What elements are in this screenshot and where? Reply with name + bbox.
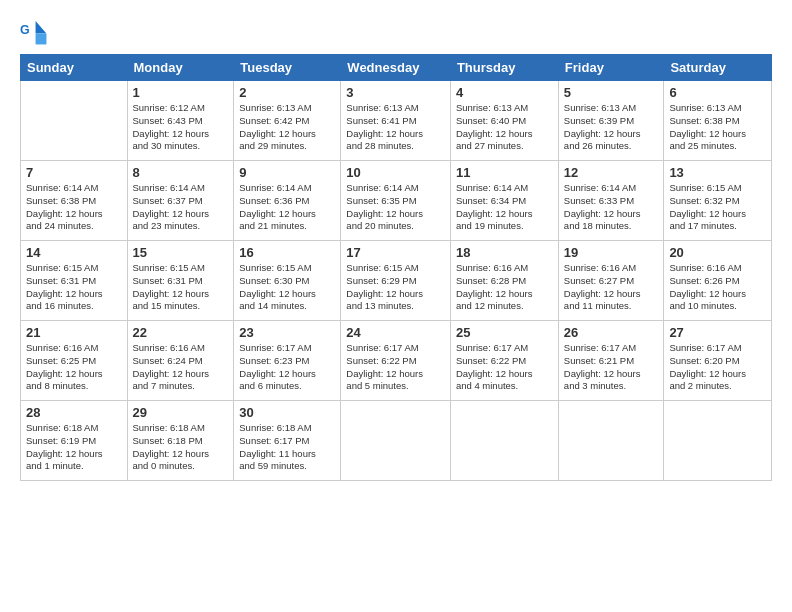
day-number: 8 [133, 165, 229, 180]
day-info: Sunrise: 6:16 AM Sunset: 6:25 PM Dayligh… [26, 342, 122, 393]
calendar-cell [341, 401, 451, 481]
calendar-cell: 14Sunrise: 6:15 AM Sunset: 6:31 PM Dayli… [21, 241, 128, 321]
day-info: Sunrise: 6:16 AM Sunset: 6:28 PM Dayligh… [456, 262, 553, 313]
day-info: Sunrise: 6:15 AM Sunset: 6:32 PM Dayligh… [669, 182, 766, 233]
calendar-cell: 22Sunrise: 6:16 AM Sunset: 6:24 PM Dayli… [127, 321, 234, 401]
calendar-cell: 10Sunrise: 6:14 AM Sunset: 6:35 PM Dayli… [341, 161, 451, 241]
day-number: 9 [239, 165, 335, 180]
day-info: Sunrise: 6:16 AM Sunset: 6:27 PM Dayligh… [564, 262, 659, 313]
calendar-cell: 6Sunrise: 6:13 AM Sunset: 6:38 PM Daylig… [664, 81, 772, 161]
calendar-cell: 7Sunrise: 6:14 AM Sunset: 6:38 PM Daylig… [21, 161, 128, 241]
calendar-cell [664, 401, 772, 481]
calendar-cell: 12Sunrise: 6:14 AM Sunset: 6:33 PM Dayli… [558, 161, 664, 241]
day-number: 19 [564, 245, 659, 260]
calendar-cell: 20Sunrise: 6:16 AM Sunset: 6:26 PM Dayli… [664, 241, 772, 321]
svg-marker-2 [36, 34, 47, 45]
calendar-cell: 21Sunrise: 6:16 AM Sunset: 6:25 PM Dayli… [21, 321, 128, 401]
day-info: Sunrise: 6:15 AM Sunset: 6:30 PM Dayligh… [239, 262, 335, 313]
day-info: Sunrise: 6:15 AM Sunset: 6:31 PM Dayligh… [26, 262, 122, 313]
day-info: Sunrise: 6:14 AM Sunset: 6:34 PM Dayligh… [456, 182, 553, 233]
calendar-cell: 2Sunrise: 6:13 AM Sunset: 6:42 PM Daylig… [234, 81, 341, 161]
day-number: 14 [26, 245, 122, 260]
calendar-cell [21, 81, 128, 161]
calendar-cell: 27Sunrise: 6:17 AM Sunset: 6:20 PM Dayli… [664, 321, 772, 401]
week-row-3: 21Sunrise: 6:16 AM Sunset: 6:25 PM Dayli… [21, 321, 772, 401]
calendar-cell: 11Sunrise: 6:14 AM Sunset: 6:34 PM Dayli… [450, 161, 558, 241]
day-info: Sunrise: 6:12 AM Sunset: 6:43 PM Dayligh… [133, 102, 229, 153]
calendar-cell: 29Sunrise: 6:18 AM Sunset: 6:18 PM Dayli… [127, 401, 234, 481]
day-number: 30 [239, 405, 335, 420]
week-row-4: 28Sunrise: 6:18 AM Sunset: 6:19 PM Dayli… [21, 401, 772, 481]
day-info: Sunrise: 6:13 AM Sunset: 6:41 PM Dayligh… [346, 102, 445, 153]
day-info: Sunrise: 6:16 AM Sunset: 6:24 PM Dayligh… [133, 342, 229, 393]
calendar-cell: 19Sunrise: 6:16 AM Sunset: 6:27 PM Dayli… [558, 241, 664, 321]
day-info: Sunrise: 6:18 AM Sunset: 6:17 PM Dayligh… [239, 422, 335, 473]
calendar-cell: 13Sunrise: 6:15 AM Sunset: 6:32 PM Dayli… [664, 161, 772, 241]
day-number: 27 [669, 325, 766, 340]
calendar-cell: 25Sunrise: 6:17 AM Sunset: 6:22 PM Dayli… [450, 321, 558, 401]
day-number: 29 [133, 405, 229, 420]
day-number: 22 [133, 325, 229, 340]
day-number: 4 [456, 85, 553, 100]
day-number: 28 [26, 405, 122, 420]
calendar-cell: 9Sunrise: 6:14 AM Sunset: 6:36 PM Daylig… [234, 161, 341, 241]
day-number: 7 [26, 165, 122, 180]
day-info: Sunrise: 6:18 AM Sunset: 6:18 PM Dayligh… [133, 422, 229, 473]
day-number: 6 [669, 85, 766, 100]
calendar-cell: 8Sunrise: 6:14 AM Sunset: 6:37 PM Daylig… [127, 161, 234, 241]
day-number: 11 [456, 165, 553, 180]
svg-marker-1 [36, 21, 47, 33]
calendar-cell: 28Sunrise: 6:18 AM Sunset: 6:19 PM Dayli… [21, 401, 128, 481]
weekday-header-monday: Monday [127, 55, 234, 81]
day-number: 13 [669, 165, 766, 180]
day-number: 18 [456, 245, 553, 260]
day-number: 2 [239, 85, 335, 100]
day-number: 25 [456, 325, 553, 340]
weekday-header-friday: Friday [558, 55, 664, 81]
logo: G [20, 18, 52, 46]
day-number: 21 [26, 325, 122, 340]
calendar-cell: 30Sunrise: 6:18 AM Sunset: 6:17 PM Dayli… [234, 401, 341, 481]
calendar-cell: 15Sunrise: 6:15 AM Sunset: 6:31 PM Dayli… [127, 241, 234, 321]
day-number: 24 [346, 325, 445, 340]
day-number: 15 [133, 245, 229, 260]
calendar-cell: 17Sunrise: 6:15 AM Sunset: 6:29 PM Dayli… [341, 241, 451, 321]
day-info: Sunrise: 6:17 AM Sunset: 6:23 PM Dayligh… [239, 342, 335, 393]
day-number: 12 [564, 165, 659, 180]
weekday-header-sunday: Sunday [21, 55, 128, 81]
calendar-table: SundayMondayTuesdayWednesdayThursdayFrid… [20, 54, 772, 481]
day-number: 20 [669, 245, 766, 260]
calendar-cell: 5Sunrise: 6:13 AM Sunset: 6:39 PM Daylig… [558, 81, 664, 161]
week-row-0: 1Sunrise: 6:12 AM Sunset: 6:43 PM Daylig… [21, 81, 772, 161]
calendar-cell: 24Sunrise: 6:17 AM Sunset: 6:22 PM Dayli… [341, 321, 451, 401]
day-info: Sunrise: 6:17 AM Sunset: 6:21 PM Dayligh… [564, 342, 659, 393]
calendar-cell: 1Sunrise: 6:12 AM Sunset: 6:43 PM Daylig… [127, 81, 234, 161]
day-info: Sunrise: 6:15 AM Sunset: 6:31 PM Dayligh… [133, 262, 229, 313]
day-info: Sunrise: 6:13 AM Sunset: 6:42 PM Dayligh… [239, 102, 335, 153]
calendar-cell [558, 401, 664, 481]
day-number: 26 [564, 325, 659, 340]
day-info: Sunrise: 6:13 AM Sunset: 6:40 PM Dayligh… [456, 102, 553, 153]
day-number: 23 [239, 325, 335, 340]
week-row-2: 14Sunrise: 6:15 AM Sunset: 6:31 PM Dayli… [21, 241, 772, 321]
svg-text:G: G [20, 23, 30, 37]
day-number: 3 [346, 85, 445, 100]
weekday-header-wednesday: Wednesday [341, 55, 451, 81]
week-row-1: 7Sunrise: 6:14 AM Sunset: 6:38 PM Daylig… [21, 161, 772, 241]
calendar-cell: 16Sunrise: 6:15 AM Sunset: 6:30 PM Dayli… [234, 241, 341, 321]
page-header: G [20, 18, 772, 46]
day-info: Sunrise: 6:14 AM Sunset: 6:37 PM Dayligh… [133, 182, 229, 233]
day-info: Sunrise: 6:16 AM Sunset: 6:26 PM Dayligh… [669, 262, 766, 313]
day-number: 5 [564, 85, 659, 100]
day-number: 16 [239, 245, 335, 260]
weekday-header-tuesday: Tuesday [234, 55, 341, 81]
calendar-cell: 23Sunrise: 6:17 AM Sunset: 6:23 PM Dayli… [234, 321, 341, 401]
calendar-cell: 26Sunrise: 6:17 AM Sunset: 6:21 PM Dayli… [558, 321, 664, 401]
day-info: Sunrise: 6:13 AM Sunset: 6:39 PM Dayligh… [564, 102, 659, 153]
calendar-cell: 18Sunrise: 6:16 AM Sunset: 6:28 PM Dayli… [450, 241, 558, 321]
day-number: 17 [346, 245, 445, 260]
day-number: 1 [133, 85, 229, 100]
day-number: 10 [346, 165, 445, 180]
day-info: Sunrise: 6:17 AM Sunset: 6:22 PM Dayligh… [456, 342, 553, 393]
day-info: Sunrise: 6:17 AM Sunset: 6:22 PM Dayligh… [346, 342, 445, 393]
